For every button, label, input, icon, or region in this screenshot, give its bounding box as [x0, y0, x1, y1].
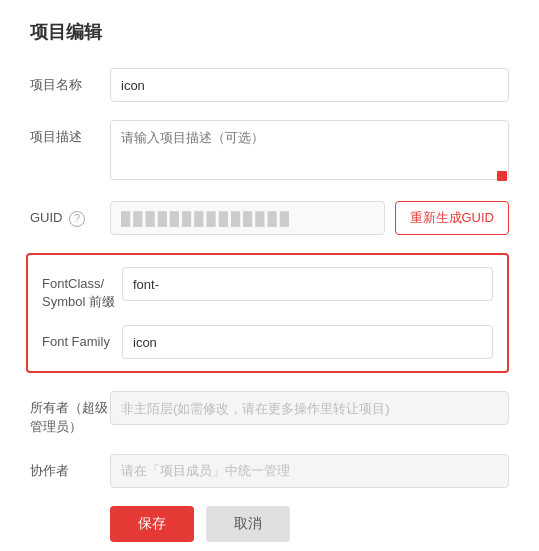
- project-name-field: 项目名称: [30, 68, 509, 102]
- guid-field: GUID ? ██████████████ 重新生成GUID: [30, 201, 509, 235]
- owner-input[interactable]: [110, 391, 509, 425]
- regenerate-guid-button[interactable]: 重新生成GUID: [395, 201, 510, 235]
- font-class-label: FontClass/ Symbol 前缀: [42, 267, 122, 311]
- font-family-field: Font Family: [42, 325, 493, 359]
- owner-field: 所有者（超级 管理员）: [30, 391, 509, 435]
- font-class-content: [122, 267, 493, 301]
- font-class-input[interactable]: [122, 267, 493, 301]
- collaborator-field: 协作者: [30, 454, 509, 488]
- page-title: 项目编辑: [30, 20, 509, 44]
- collaborator-input[interactable]: [110, 454, 509, 488]
- guid-info-icon[interactable]: ?: [69, 211, 85, 227]
- guid-wrapper: ██████████████ 重新生成GUID: [110, 201, 509, 235]
- guid-content: ██████████████ 重新生成GUID: [110, 201, 509, 235]
- guid-value: ██████████████: [110, 201, 385, 235]
- font-class-field: FontClass/ Symbol 前缀: [42, 267, 493, 311]
- collaborator-content: [110, 454, 509, 488]
- font-family-label: Font Family: [42, 325, 122, 351]
- project-desc-content: [110, 120, 509, 183]
- owner-content: [110, 391, 509, 425]
- font-family-input[interactable]: [122, 325, 493, 359]
- guid-label: GUID ?: [30, 201, 110, 227]
- cancel-button[interactable]: 取消: [206, 506, 290, 542]
- textarea-corner-indicator: [497, 171, 507, 181]
- project-desc-input[interactable]: [110, 120, 509, 180]
- collaborator-label: 协作者: [30, 454, 110, 480]
- project-name-content: [110, 68, 509, 102]
- font-settings-section: FontClass/ Symbol 前缀 Font Family: [26, 253, 509, 373]
- project-desc-label: 项目描述: [30, 120, 110, 146]
- project-name-input[interactable]: [110, 68, 509, 102]
- save-button[interactable]: 保存: [110, 506, 194, 542]
- footer-buttons: 保存 取消: [110, 506, 509, 542]
- project-name-label: 项目名称: [30, 68, 110, 94]
- font-family-content: [122, 325, 493, 359]
- project-desc-field: 项目描述: [30, 120, 509, 183]
- owner-label: 所有者（超级 管理员）: [30, 391, 110, 435]
